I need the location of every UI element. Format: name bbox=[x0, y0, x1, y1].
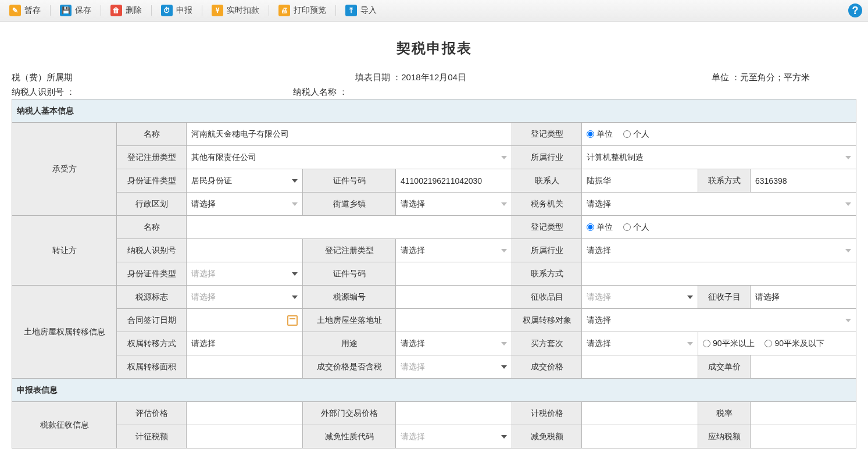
admin-div-select[interactable]: 请选择 bbox=[187, 193, 303, 216]
save-button[interactable]: 💾保存 bbox=[56, 3, 95, 17]
collect-item-select[interactable]: 请选择 bbox=[582, 286, 698, 309]
tax-base-input[interactable] bbox=[187, 425, 303, 448]
chevron-down-icon bbox=[501, 365, 507, 369]
contract-date-input[interactable] bbox=[187, 309, 303, 332]
toolbar: ✎暂存 💾保存 🗑删除 ⏱申报 ¥实时扣款 🖨打印预览 ⤒导入 ? bbox=[0, 0, 868, 22]
print-icon: 🖨 bbox=[278, 5, 290, 16]
tax-price-input[interactable] bbox=[582, 402, 698, 425]
collect-item-label: 征收品目 bbox=[512, 286, 582, 309]
receiver-contact-input[interactable]: 陆振华 bbox=[582, 169, 698, 193]
address-input[interactable] bbox=[396, 309, 512, 332]
tax-auth-select[interactable]: 请选择 bbox=[582, 193, 856, 216]
delete-icon: 🗑 bbox=[110, 5, 122, 16]
transfer-obj-label: 权属转移对象 bbox=[512, 309, 582, 332]
unit-price-input[interactable] bbox=[751, 355, 856, 379]
radio-person[interactable] bbox=[623, 130, 631, 138]
area-size-radio[interactable]: 90平米以上 90平米及以下 bbox=[698, 332, 856, 355]
ext-price-label: 外部门交易价格 bbox=[303, 402, 396, 425]
import-button[interactable]: ⤒导入 bbox=[342, 3, 380, 17]
transfer-obj-select[interactable]: 请选择 bbox=[582, 309, 856, 332]
separator bbox=[269, 5, 269, 16]
reg-reg-type-label: 登记注册类型 bbox=[117, 146, 187, 169]
transferor-phone-input[interactable] bbox=[582, 262, 856, 286]
usage-select[interactable]: 请选择 bbox=[396, 332, 512, 355]
fill-date-value: 2018年12月04日 bbox=[401, 72, 466, 82]
unit-price-label: 成交单价 bbox=[698, 355, 751, 379]
transferor-id-no-input[interactable] bbox=[396, 262, 512, 286]
payable-input[interactable] bbox=[751, 425, 856, 448]
address-label: 土地房屋坐落地址 bbox=[303, 309, 396, 332]
collect-sub-label: 征收子目 bbox=[698, 286, 751, 309]
reduce-amount-input[interactable] bbox=[582, 425, 698, 448]
land-info-label: 土地房屋权属转移信息 bbox=[12, 286, 117, 379]
industry-label: 所属行业 bbox=[512, 239, 582, 262]
calendar-icon bbox=[287, 315, 298, 326]
collect-sub-select[interactable]: 请选择 bbox=[751, 286, 856, 309]
main-form: 纳税人基本信息 承受方 名称 河南航天金穗电子有限公司 登记类型 单位 个人 登… bbox=[12, 99, 856, 448]
receiver-phone-input[interactable]: 6316398 bbox=[751, 169, 856, 193]
tax-rate-input[interactable] bbox=[751, 402, 856, 425]
street-select[interactable]: 请选择 bbox=[396, 193, 512, 216]
receiver-name-input[interactable]: 河南航天金穗电子有限公司 bbox=[187, 123, 512, 146]
declare-button[interactable]: ⏱申报 bbox=[158, 3, 196, 17]
import-icon: ⤒ bbox=[345, 5, 357, 16]
transfer-method-label: 权属转移方式 bbox=[117, 332, 187, 355]
temp-save-icon: ✎ bbox=[9, 5, 21, 16]
radio-90-plus[interactable] bbox=[703, 340, 710, 347]
unit-value: 元至角分；平方米 bbox=[740, 72, 810, 82]
chevron-down-icon bbox=[501, 249, 507, 252]
transferor-name-input[interactable] bbox=[187, 216, 512, 239]
chevron-down-icon bbox=[845, 202, 851, 206]
separator bbox=[202, 5, 202, 16]
temp-save-button[interactable]: ✎暂存 bbox=[6, 3, 44, 17]
transferor-label: 转让方 bbox=[12, 216, 117, 286]
transfer-area-input[interactable] bbox=[187, 355, 303, 379]
chevron-down-icon bbox=[845, 249, 851, 252]
price-tax-select[interactable]: 请选择 bbox=[396, 355, 512, 379]
chevron-down-icon bbox=[501, 435, 507, 439]
transferor-taxpayer-no-input[interactable] bbox=[187, 239, 303, 262]
radio-unit[interactable] bbox=[587, 130, 594, 138]
reduce-code-select[interactable]: 请选择 bbox=[396, 425, 512, 448]
id-no-label: 证件号码 bbox=[303, 262, 396, 286]
price-tax-label: 成交价格是否含税 bbox=[303, 355, 396, 379]
deal-price-input[interactable] bbox=[582, 355, 698, 379]
radio-unit[interactable] bbox=[587, 223, 594, 231]
chevron-down-icon bbox=[501, 202, 507, 206]
transfer-method-select[interactable]: 请选择 bbox=[187, 332, 303, 355]
deduct-icon: ¥ bbox=[212, 5, 223, 16]
receiver-industry-select[interactable]: 计算机整机制造 bbox=[582, 146, 856, 169]
source-flag-label: 税源标志 bbox=[117, 286, 187, 309]
deduct-button[interactable]: ¥实时扣款 bbox=[208, 3, 263, 17]
unit-label: 单位 ： bbox=[712, 72, 740, 82]
receiver-id-no-input[interactable]: 411002196211042030 bbox=[396, 169, 512, 193]
reg-type-label: 登记类型 bbox=[512, 123, 582, 146]
help-icon[interactable]: ? bbox=[848, 3, 862, 17]
delete-button[interactable]: 🗑删除 bbox=[107, 3, 145, 17]
buyer-set-select[interactable]: 请选择 bbox=[582, 332, 698, 355]
transferor-reg-type-radio[interactable]: 单位 个人 bbox=[582, 216, 856, 239]
receiver-id-type-select[interactable]: 居民身份证 bbox=[187, 169, 303, 193]
receiver-reg-reg-type-select[interactable]: 其他有限责任公司 bbox=[187, 146, 512, 169]
declare-icon: ⏱ bbox=[161, 5, 173, 16]
transferor-industry-select[interactable]: 请选择 bbox=[582, 239, 856, 262]
radio-90-minus[interactable] bbox=[765, 340, 772, 347]
save-icon: 💾 bbox=[60, 5, 72, 16]
radio-person[interactable] bbox=[623, 223, 631, 231]
tax-info-label: 税款征收信息 bbox=[12, 402, 117, 448]
print-button[interactable]: 🖨打印预览 bbox=[275, 3, 330, 17]
industry-label: 所属行业 bbox=[512, 146, 582, 169]
eval-price-input[interactable] bbox=[187, 402, 303, 425]
source-flag-select[interactable]: 请选择 bbox=[187, 286, 303, 309]
tax-price-label: 计税价格 bbox=[512, 402, 582, 425]
page-title: 契税申报表 bbox=[12, 39, 856, 58]
fill-date-label: 填表日期 ： bbox=[355, 72, 401, 82]
transfer-area-label: 权属转移面积 bbox=[117, 355, 187, 379]
eval-price-label: 评估价格 bbox=[117, 402, 187, 425]
receiver-reg-type-radio[interactable]: 单位 个人 bbox=[582, 123, 856, 146]
transferor-id-type-select[interactable]: 请选择 bbox=[187, 262, 303, 286]
transferor-reg-reg-type-select[interactable]: 请选择 bbox=[396, 239, 512, 262]
source-no-input[interactable] bbox=[396, 286, 512, 309]
ext-price-input[interactable] bbox=[396, 402, 512, 425]
taxpayer-name-label: 纳税人名称 ： bbox=[293, 87, 574, 98]
